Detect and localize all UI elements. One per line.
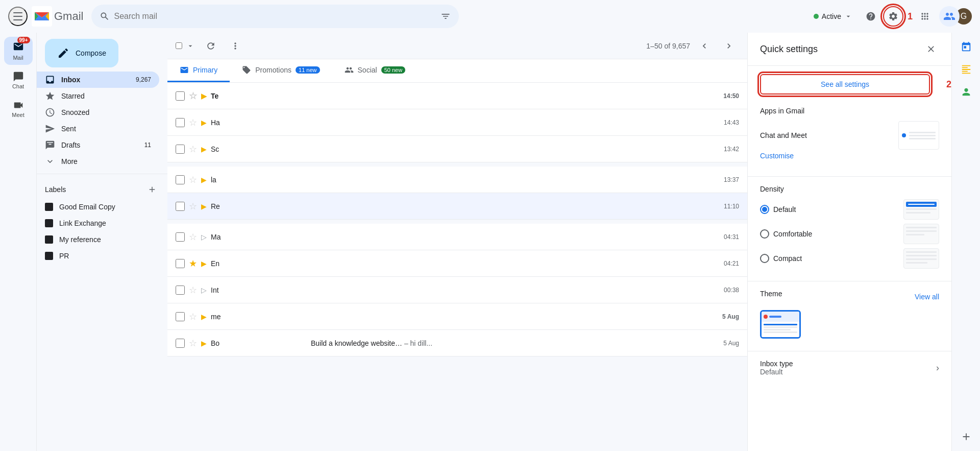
label-good-email-copy[interactable]: Good Email Copy xyxy=(37,199,159,215)
email-time: 5 Aug xyxy=(722,313,739,320)
nav-item-snoozed[interactable]: Snoozed xyxy=(37,104,159,121)
nav-item-inbox[interactable]: Inbox 9,267 xyxy=(37,72,159,88)
drafts-label: Drafts xyxy=(61,141,80,149)
right-icon-contacts[interactable] xyxy=(956,82,976,102)
star-icon[interactable]: ☆ xyxy=(189,338,197,349)
nav-item-starred[interactable]: Starred xyxy=(37,88,159,104)
mini-sidebar: 99+ Mail Chat Meet xyxy=(0,33,37,451)
inbox-label: Inbox xyxy=(61,76,80,84)
nav-item-sent[interactable]: Sent xyxy=(37,121,159,137)
right-icon-calendar[interactable] xyxy=(956,37,976,57)
apps-button[interactable] xyxy=(915,6,935,27)
next-page-btn[interactable] xyxy=(719,36,739,56)
label-pr[interactable]: PR xyxy=(37,248,159,264)
star-icon[interactable]: ☆ xyxy=(189,174,197,185)
tab-promotions[interactable]: Promotions 11 new xyxy=(230,59,332,82)
email-row[interactable]: ☆ ▶ Re 11:10 xyxy=(167,193,747,220)
email-checkbox[interactable] xyxy=(176,259,185,268)
email-row[interactable]: ☆ ▷ Ma 04:31 xyxy=(167,224,747,250)
qs-close-button[interactable] xyxy=(923,41,939,57)
customise-link[interactable]: Customise xyxy=(760,152,939,160)
email-checkbox[interactable] xyxy=(176,118,185,127)
star-icon[interactable]: ☆ xyxy=(189,117,197,128)
density-default-radio[interactable] xyxy=(760,205,769,214)
inbox-type-label: Inbox type xyxy=(760,360,793,368)
sidebar-item-meet[interactable]: Meet xyxy=(4,96,33,122)
email-row[interactable]: ☆ ▶ me 5 Aug xyxy=(167,303,747,330)
forward-icon: ▶ xyxy=(201,202,207,210)
tab-social[interactable]: Social 50 new xyxy=(332,59,418,82)
see-all-settings-button[interactable]: See all settings xyxy=(760,74,930,94)
email-sender: la xyxy=(211,176,303,184)
star-icon[interactable]: ☆ xyxy=(189,144,197,155)
sidebar-item-chat[interactable]: Chat xyxy=(4,67,33,93)
select-dropdown-btn[interactable] xyxy=(184,40,197,52)
email-checkbox[interactable] xyxy=(176,175,185,184)
email-checkbox[interactable] xyxy=(176,145,185,154)
app-container: Gmail Active xyxy=(0,0,980,451)
email-checkbox[interactable] xyxy=(176,286,185,295)
active-status[interactable]: Active xyxy=(807,9,859,23)
search-input[interactable] xyxy=(114,12,436,21)
sidebar: Compose Inbox 9,267 Starre xyxy=(37,33,167,451)
right-icon-add[interactable] xyxy=(956,426,976,447)
inbox-type-section[interactable]: Inbox type Default › xyxy=(748,355,951,380)
labels-title: Labels xyxy=(45,185,66,194)
email-subject: Build a knowledge website… – hi dill... xyxy=(311,339,715,347)
star-icon[interactable]: ★ xyxy=(189,258,197,269)
select-all-checkbox[interactable] xyxy=(176,42,182,49)
star-icon[interactable]: ☆ xyxy=(189,311,197,322)
forward-icon: ▶ xyxy=(201,118,207,127)
theme-thumbnail[interactable] xyxy=(760,310,801,339)
refresh-icon xyxy=(206,41,216,51)
view-all-link[interactable]: View all xyxy=(915,293,939,301)
email-row[interactable]: ☆ ▶ Bo Build a knowledge website… – hi d… xyxy=(167,330,747,357)
sidebar-item-mail[interactable]: 99+ Mail xyxy=(4,37,33,65)
nav-item-more[interactable]: More xyxy=(37,153,159,170)
right-icon-tasks[interactable] xyxy=(956,59,976,80)
density-comfortable-label: Comfortable xyxy=(773,230,812,238)
add-label-button[interactable] xyxy=(145,182,159,197)
density-compact-radio[interactable] xyxy=(760,254,769,263)
email-row[interactable]: ☆ ▶ Ha 14:43 xyxy=(167,109,747,136)
refresh-button[interactable] xyxy=(201,36,221,56)
nav-item-drafts[interactable]: Drafts 11 xyxy=(37,137,159,153)
label-pr-text: PR xyxy=(59,252,69,260)
star-icon[interactable]: ☆ xyxy=(189,90,197,102)
density-comfortable-radio[interactable] xyxy=(760,229,769,239)
inbox-badge: 9,267 xyxy=(136,76,151,83)
email-checkbox[interactable] xyxy=(176,232,185,242)
email-checkbox[interactable] xyxy=(176,339,185,348)
search-bar[interactable] xyxy=(91,5,459,28)
quick-settings-panel: Quick settings See all settings 2 Apps i… xyxy=(747,33,951,451)
email-checkbox[interactable] xyxy=(176,202,185,211)
density-compact-preview xyxy=(903,248,939,269)
compose-icon xyxy=(57,47,69,59)
menu-button[interactable] xyxy=(8,7,28,26)
email-row[interactable]: ☆ ▷ Int 00:38 xyxy=(167,277,747,303)
starred-icon xyxy=(45,91,55,101)
email-row[interactable]: ★ ▶ En 04:21 xyxy=(167,250,747,277)
tab-primary[interactable]: Primary xyxy=(167,59,230,82)
email-row[interactable]: ☆ ▶ Sc 13:42 xyxy=(167,136,747,162)
tab-promotions-label: Promotions xyxy=(255,66,291,74)
help-button[interactable] xyxy=(861,6,881,27)
svg-rect-2 xyxy=(13,19,22,20)
gmail-logo-text: Gmail xyxy=(54,10,83,23)
star-icon[interactable]: ☆ xyxy=(189,201,197,212)
prev-page-btn[interactable] xyxy=(694,36,715,56)
email-row[interactable]: ☆ ▶ la 13:37 xyxy=(167,167,747,193)
settings-button[interactable] xyxy=(883,6,903,27)
more-options-button[interactable] xyxy=(225,36,246,56)
star-icon[interactable]: ☆ xyxy=(189,231,197,243)
close-icon xyxy=(926,44,936,54)
email-row[interactable]: ☆ ▶ Te 14:50 xyxy=(167,83,747,109)
email-checkbox[interactable] xyxy=(176,91,185,101)
label-link-exchange[interactable]: Link Exchange xyxy=(37,215,159,231)
star-icon[interactable]: ☆ xyxy=(189,284,197,296)
label-dot-good-email xyxy=(45,203,53,211)
label-my-reference[interactable]: My reference xyxy=(37,231,159,248)
shared-icon-btn[interactable] xyxy=(939,6,960,27)
compose-button[interactable]: Compose xyxy=(45,39,118,67)
email-checkbox[interactable] xyxy=(176,312,185,321)
